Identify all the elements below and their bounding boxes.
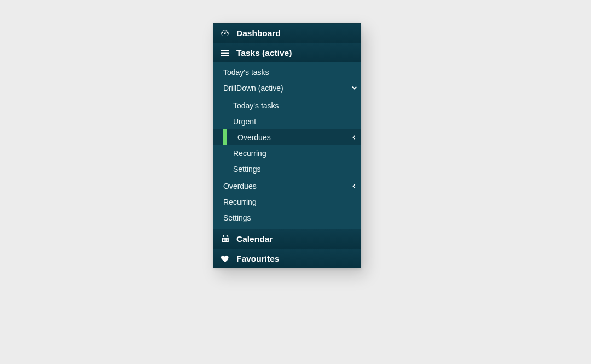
submenu-label: Recurring <box>223 198 361 206</box>
nav-item-dashboard[interactable]: Dashboard <box>213 23 361 43</box>
nav-item-label: Favourites <box>236 254 279 264</box>
svg-point-2 <box>227 32 228 33</box>
submenu-label: Today's tasks <box>223 68 361 77</box>
drilldown-submenu: Today's tasks Urgent Overdues Recurring … <box>213 96 361 178</box>
nav-item-label: Dashboard <box>236 28 281 38</box>
submenu-label: DrillDown (active) <box>223 84 347 93</box>
sidebar-nav: Dashboard Tasks (active) Today's tasks D… <box>213 23 361 268</box>
submenu-label: Overdues <box>223 182 347 190</box>
svg-rect-12 <box>224 239 225 240</box>
svg-rect-10 <box>226 235 227 237</box>
nav-item-label: Tasks (active) <box>236 48 292 58</box>
drilldown-recurring[interactable]: Recurring <box>213 145 361 161</box>
heart-icon <box>220 254 230 264</box>
nav-item-tasks[interactable]: Tasks (active) <box>213 43 361 62</box>
drilldown-today[interactable]: Today's tasks <box>213 97 361 113</box>
chevron-left-icon <box>347 135 361 140</box>
dashboard-icon <box>220 28 230 38</box>
submenu-label: Recurring <box>233 149 361 158</box>
tasks-icon <box>220 48 230 58</box>
svg-rect-8 <box>222 236 229 238</box>
tasks-sub-recurring[interactable]: Recurring <box>213 194 361 210</box>
svg-point-3 <box>224 30 225 31</box>
drilldown-urgent[interactable]: Urgent <box>213 113 361 129</box>
tasks-submenu: Today's tasks DrillDown (active) Today's… <box>213 62 361 229</box>
submenu-label: Today's tasks <box>233 101 361 110</box>
svg-rect-6 <box>221 55 229 56</box>
svg-rect-9 <box>223 235 224 237</box>
submenu-label: Urgent <box>233 117 361 126</box>
tasks-sub-overdues[interactable]: Overdues <box>213 178 361 194</box>
submenu-label: Settings <box>233 165 361 174</box>
nav-item-label: Calendar <box>236 234 273 244</box>
tasks-sub-settings[interactable]: Settings <box>213 210 361 226</box>
chevron-down-icon <box>347 85 361 91</box>
svg-rect-11 <box>223 239 224 240</box>
drilldown-settings[interactable]: Settings <box>213 161 361 177</box>
nav-item-calendar[interactable]: Calendar <box>213 229 361 249</box>
submenu-label: Overdues <box>237 133 347 142</box>
drilldown-overdues[interactable]: Overdues <box>213 129 361 145</box>
nav-item-favourites[interactable]: Favourites <box>213 249 361 268</box>
svg-rect-15 <box>224 240 225 241</box>
svg-point-1 <box>222 32 223 33</box>
chevron-left-icon <box>347 183 361 189</box>
tasks-sub-drilldown[interactable]: DrillDown (active) <box>213 80 361 96</box>
svg-rect-14 <box>223 240 224 241</box>
tasks-sub-today[interactable]: Today's tasks <box>213 64 361 80</box>
calendar-icon <box>220 234 230 244</box>
svg-rect-16 <box>226 240 227 241</box>
svg-rect-4 <box>221 50 229 51</box>
svg-rect-13 <box>226 239 227 240</box>
svg-rect-5 <box>221 52 229 54</box>
submenu-label: Settings <box>223 213 361 222</box>
